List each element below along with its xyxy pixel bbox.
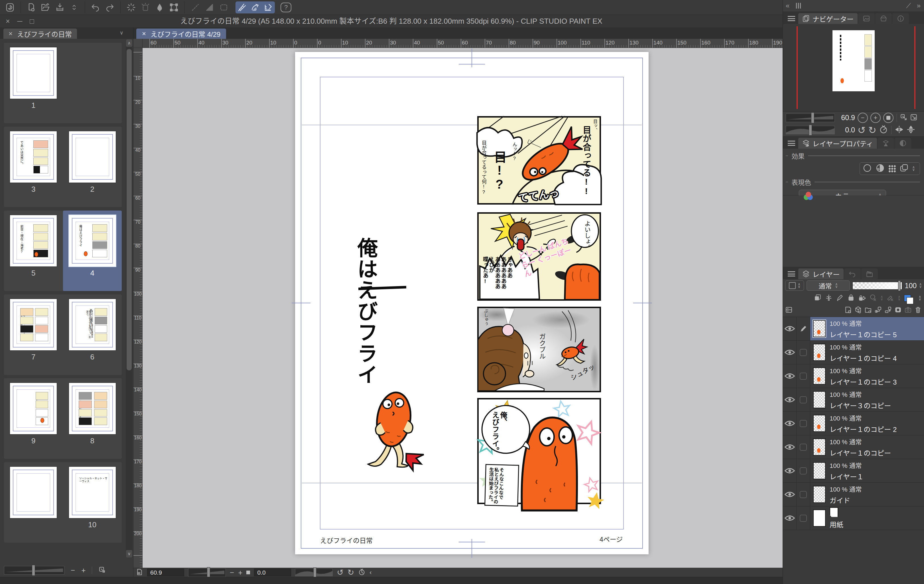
layer-thumbnail[interactable] [813,415,826,432]
dock-grip-icon[interactable] [796,3,801,8]
selection-tool-icon[interactable] [217,2,230,13]
rotate-ccw-icon[interactable]: ↺ [337,569,343,577]
editing-target-checkbox[interactable] [797,341,810,364]
undo-icon[interactable] [89,2,102,13]
ruler-range-icon-disabled[interactable] [887,294,894,303]
manga-page[interactable]: 俺はえびフライ [295,52,648,554]
tab-timeline-icon[interactable] [861,268,878,279]
page-thumbnail-7[interactable]: アウトプット・インプット / 小俣の悲劇 7 [4,294,63,375]
open-file-icon[interactable] [39,2,52,13]
draft-layer-icon[interactable] [836,294,843,303]
editing-target-checkbox[interactable] [797,412,810,435]
thumbnail-zoom-slider[interactable] [4,566,64,574]
reference-layer-icon[interactable] [825,294,833,303]
page-list-scrollbar[interactable]: ∧ ∨ [126,40,132,558]
layer-row[interactable]: 100 % 通常レイヤー１のコピー 3 [783,364,924,388]
window-close-icon[interactable]: × [6,17,10,25]
opacity-spinner-icon[interactable]: ∧∨ [919,283,922,288]
blend-mode-dropdown[interactable]: 通常∧∨ [807,280,850,291]
layer-name[interactable]: ガイド [830,495,862,505]
transfer-down-icon[interactable] [874,306,882,315]
collapse-statusbar-icon[interactable]: ‹ [370,569,371,576]
deselect-icon[interactable] [139,2,152,13]
gradient-tool-icon[interactable] [203,2,216,13]
snap-to-grid-icon[interactable] [262,2,275,13]
layer-name[interactable]: レイヤー１のコピー 4 [830,353,897,363]
layer-color-chip[interactable] [904,295,911,301]
editing-target-checkbox[interactable] [797,435,810,459]
layer-row[interactable]: 100 % 通常レイヤー１のコピー [783,435,924,459]
tab-menu-chevron-icon[interactable]: ∨ [120,30,124,36]
tab-tone-icon[interactable] [894,138,911,149]
window-maximize-icon[interactable]: □ [30,17,34,25]
editing-target-checkbox[interactable] [797,364,810,388]
page-thumbnail-3[interactable]: であいは突然に。 3 [4,127,63,207]
lock-layer-icon[interactable] [847,294,855,303]
page-thumbnail-6[interactable]: あたし彼氏いない。 すぐに出ない答えは無理矢理出さなくても良い ―奈津子。 6 [63,294,122,375]
page-thumbnail-4-selected[interactable]: 俺はえびフライ 4 [63,210,122,291]
rotate-ccw-icon[interactable]: ↺ [858,125,866,135]
pen-pressure-icon[interactable]: ⟋ [906,2,911,10]
fit-to-screen-icon[interactable] [900,114,908,122]
tab-layer[interactable]: レイヤー [798,268,843,279]
redo-icon[interactable] [103,2,116,13]
panel-menu-icon[interactable] [785,269,798,279]
layer-name[interactable]: レイヤー１のコピー [830,448,891,458]
fit-to-window-icon[interactable] [910,114,917,122]
new-file-icon[interactable] [25,2,38,13]
scroll-up-icon[interactable]: ∧ [126,40,132,47]
tab-subview-icon[interactable] [858,13,874,24]
page-thumbnail-11[interactable] [4,462,63,543]
zoom-out-button[interactable]: − [71,567,75,574]
layer-thumbnail[interactable] [813,391,826,408]
tab-close-icon[interactable]: × [142,30,146,38]
halftone-dots-icon[interactable] [888,165,896,172]
lock-transparent-pixels-icon[interactable] [858,294,866,303]
layer-name[interactable]: レイヤー１のコピー 2 [830,424,897,434]
rotate-cw-icon[interactable]: ↻ [868,125,877,135]
opacity-slider[interactable] [853,282,902,290]
visibility-toggle[interactable] [783,506,797,530]
eraser-droplet-icon[interactable] [153,2,166,13]
zoom-in-button[interactable]: + [81,567,86,574]
layer-row[interactable]: 用紙 [783,506,924,530]
layer-row[interactable]: 100 % 通常レイヤー１ [783,459,924,483]
layer-name[interactable]: レイヤー１ [830,471,863,481]
camera-folder-icon-disabled[interactable] [904,306,912,315]
layer-color-spinner-icon[interactable]: ∧∨ [919,296,921,301]
tab-navigator[interactable]: ナビゲーター [798,13,858,24]
editing-target-checkbox[interactable] [797,506,810,530]
tab-item-bank-icon[interactable] [875,13,892,24]
nav-zoom-in-icon[interactable]: + [870,113,881,123]
snap-to-ruler-icon[interactable] [236,2,249,13]
scrollbar-thumb[interactable] [127,49,132,370]
new-vector-layer-icon[interactable] [855,306,862,315]
mask-spinner-icon[interactable]: ∧∨ [881,296,883,301]
new-folder-icon[interactable] [865,306,872,315]
page-thumbnail-8[interactable]: 代弁 / それ、どこまで? 8 [63,378,122,459]
editing-target-pencil-icon[interactable] [797,317,810,340]
ruler-spinner-icon[interactable]: ∧∨ [898,296,900,301]
tab-close-icon[interactable]: × [8,30,13,38]
zoom-reset-button[interactable] [246,571,250,574]
layer-thumbnail[interactable] [813,320,826,337]
layer-thumbnail[interactable] [813,367,826,385]
layer-color-effect-icon[interactable] [899,164,909,174]
page-thumbnail-2[interactable]: 2 [63,127,122,207]
rotation-value-field[interactable]: 0.0 [254,569,291,576]
rotation-slider[interactable] [295,569,333,576]
delete-layer-icon[interactable] [914,306,922,315]
collapse-dock-icon[interactable]: « [786,2,789,10]
visibility-toggle[interactable] [783,341,797,364]
layer-name[interactable]: レイヤー３のコピー [830,400,891,410]
nav-zoom-out-icon[interactable]: − [858,113,868,123]
page-thumbnail-5[interactable]: 前世・現在・海老? 5 [4,210,63,291]
page-turn-icon[interactable] [136,568,143,577]
zoom-in-button[interactable]: + [238,569,243,576]
layer-thumbnail[interactable] [813,510,826,527]
tab-history-icon[interactable] [844,268,861,279]
rotate-cw-icon[interactable]: ↻ [348,569,354,577]
visibility-toggle[interactable] [783,364,797,388]
tab-information-icon[interactable] [893,13,909,24]
border-effect-icon[interactable] [863,164,872,174]
